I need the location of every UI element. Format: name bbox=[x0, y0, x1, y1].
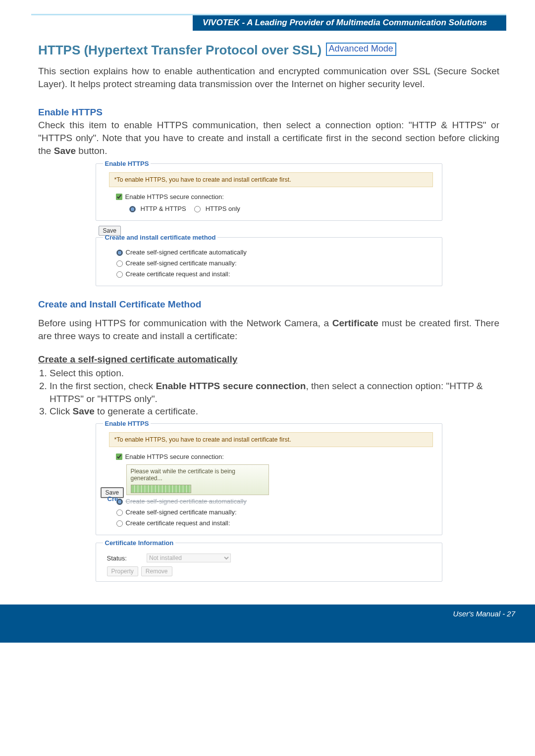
status-select[interactable]: Not installed bbox=[147, 554, 231, 562]
radio-cert-manual-label: Create self-signed certificate manually: bbox=[126, 259, 237, 267]
cert-auto-row-2[interactable]: Create self-signed certificate automatic… bbox=[114, 497, 435, 505]
create-method-fieldset: Create and install certificate method Cr… bbox=[96, 234, 442, 286]
step-2-bold: Enable HTTPS secure connection bbox=[156, 381, 306, 391]
enable-https-heading: Enable HTTPS bbox=[38, 107, 499, 118]
notice-box-2: *To enable HTTPS, you have to create and… bbox=[109, 432, 433, 447]
figure-enable-https: Enable HTTPS *To enable HTTPS, you have … bbox=[96, 160, 442, 286]
radio-cert-manual-2[interactable] bbox=[116, 509, 123, 516]
intro-paragraph: This section explains how to enable auth… bbox=[38, 65, 499, 90]
ci-para-bold: Certificate bbox=[332, 318, 378, 328]
create-auto-subheading: Create a self-signed certificate automat… bbox=[38, 354, 499, 365]
cert-manual-row-2[interactable]: Create self-signed certificate manually: bbox=[114, 508, 435, 516]
cert-manual-row[interactable]: Create self-signed certificate manually: bbox=[114, 259, 435, 267]
radio-cert-manual-label-2: Create self-signed certificate manually: bbox=[126, 508, 237, 516]
step-3: Click Save to generate a certificate. bbox=[50, 405, 499, 418]
enable-checkbox-row-2[interactable]: Enable HTTPS secure connection: bbox=[114, 452, 435, 461]
radio-https-only[interactable] bbox=[194, 206, 201, 212]
radio-http-https-label: HTTP & HTTPS bbox=[141, 205, 186, 212]
step-3-suffix: to generate a certificate. bbox=[95, 406, 198, 416]
cert-info-legend: Certificate Information bbox=[103, 539, 176, 547]
cert-info-fieldset: Certificate Information Status: Not inst… bbox=[96, 539, 442, 582]
enable-https-legend-2: Enable HTTPS bbox=[103, 420, 151, 427]
radio-http-https[interactable] bbox=[129, 206, 136, 212]
steps-list: Select this option. In the first section… bbox=[38, 367, 499, 418]
cert-request-row[interactable]: Create certificate request and install: bbox=[114, 270, 435, 278]
notice-box: *To enable HTTPS, you have to create and… bbox=[109, 172, 433, 187]
header-bar: VIVOTEK - A Leading Provider of Multimed… bbox=[31, 14, 506, 31]
enable-https-text: Check this item to enable HTTPS communic… bbox=[38, 119, 499, 157]
footer-text: User's Manual - 27 bbox=[453, 609, 515, 618]
enable-https-checkbox[interactable] bbox=[116, 194, 122, 200]
radio-cert-auto[interactable] bbox=[116, 250, 123, 256]
radio-cert-request[interactable] bbox=[116, 271, 123, 278]
figure-generate-cert: Enable HTTPS *To enable HTTPS, you have … bbox=[96, 420, 442, 582]
radio-https-only-label: HTTPS only bbox=[206, 205, 240, 212]
create-install-paragraph: Before using HTTPS for communication wit… bbox=[38, 317, 499, 342]
create-install-heading: Create and Install Certificate Method bbox=[38, 299, 499, 310]
progress-popup: Please wait while the certificate is bei… bbox=[126, 464, 269, 495]
cert-auto-row[interactable]: Create self-signed certificate automatic… bbox=[114, 248, 435, 256]
radio-cert-manual[interactable] bbox=[116, 260, 123, 267]
radio-cert-auto-label-2: Create self-signed certificate automatic… bbox=[126, 498, 247, 505]
mode-badge: Advanced Mode bbox=[326, 43, 396, 56]
step-2-prefix: In the first section, check bbox=[50, 381, 156, 391]
enable-text-after: button. bbox=[76, 146, 107, 156]
page-title-row: HTTPS (Hypertext Transfer Protocol over … bbox=[38, 43, 499, 58]
property-button[interactable]: Property bbox=[107, 566, 138, 576]
page-footer: User's Manual - 27 bbox=[0, 605, 535, 643]
enable-checkbox-row[interactable]: Enable HTTPS secure connection: bbox=[114, 192, 435, 202]
step-1: Select this option. bbox=[50, 367, 499, 380]
enable-text-save: Save bbox=[54, 146, 76, 156]
ci-para-prefix: Before using HTTPS for communication wit… bbox=[38, 318, 332, 328]
create-method-legend: Create and install certificate method bbox=[103, 234, 218, 241]
cert-buttons: Property Remove bbox=[107, 566, 435, 576]
step-3-bold: Save bbox=[72, 406, 94, 416]
step-2: In the first section, check Enable HTTPS… bbox=[50, 380, 499, 405]
enable-text-before: Check this item to enable HTTPS communic… bbox=[38, 120, 499, 155]
enable-https-checkbox-label-2: Enable HTTPS secure connection: bbox=[125, 453, 224, 460]
remove-button[interactable]: Remove bbox=[141, 566, 172, 576]
progress-bar bbox=[131, 485, 191, 493]
radio-cert-request-2[interactable] bbox=[116, 520, 123, 527]
connection-options: HTTP & HTTPS HTTPS only bbox=[127, 204, 435, 212]
radio-cert-request-label: Create certificate request and install: bbox=[126, 270, 230, 278]
status-label: Status: bbox=[107, 554, 127, 562]
page-title: HTTPS (Hypertext Transfer Protocol over … bbox=[38, 43, 321, 57]
enable-https-legend: Enable HTTPS bbox=[103, 160, 151, 167]
radio-cert-auto-label: Create self-signed certificate automatic… bbox=[126, 249, 247, 256]
cert-request-row-2[interactable]: Create certificate request and install: bbox=[114, 519, 435, 527]
radio-cert-request-label-2: Create certificate request and install: bbox=[126, 519, 230, 527]
brand-strip: VIVOTEK - A Leading Provider of Multimed… bbox=[193, 15, 506, 31]
cre-fragment: Cre bbox=[107, 495, 118, 503]
cert-status-row: Status: Not installed bbox=[107, 554, 435, 562]
step-3-prefix: Click bbox=[50, 406, 72, 416]
enable-https-checkbox-2[interactable] bbox=[116, 454, 122, 460]
enable-https-fieldset: Enable HTTPS *To enable HTTPS, you have … bbox=[96, 160, 442, 221]
popup-text: Please wait while the certificate is bei… bbox=[131, 468, 265, 482]
enable-https-checkbox-label: Enable HTTPS secure connection: bbox=[125, 193, 224, 201]
